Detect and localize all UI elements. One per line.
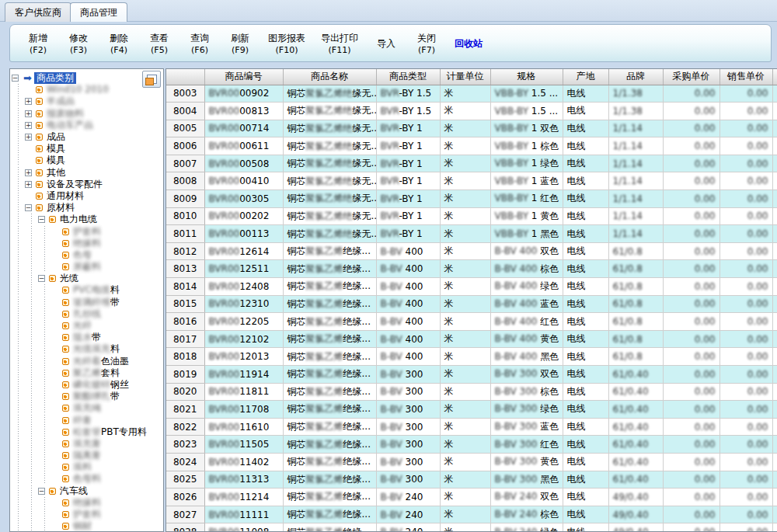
- toolbar-button-9[interactable]: 导入: [366, 37, 406, 51]
- tree-item-其他[interactable]: +其他: [12, 167, 163, 179]
- product-row-8014[interactable]: 8014BVR0012408铜芯聚氯乙烯绝缘...B-BV 400米B-BV 4…: [166, 278, 777, 296]
- tree-item-报废物料[interactable]: +报废物料: [12, 108, 163, 120]
- product-row-8012[interactable]: 8012BVR0012614铜芯聚氯乙烯绝缘...B-BV 400米B-BV 4…: [166, 242, 777, 260]
- tree-item-光缆填充[interactable]: 光缆填充料: [12, 343, 163, 355]
- toolbar-button-8[interactable]: 导出打印(F11): [313, 31, 366, 57]
- product-row-8005[interactable]: 8005BVR0000714铜芯聚氯乙烯绝缘无...BVR-BY 1米VBB-B…: [166, 120, 777, 137]
- product-row-8026[interactable]: 8026BVR0011214铜芯聚氯乙烯绝缘...B-BV 240米B-BV 2…: [166, 489, 777, 506]
- toolbar-button-3[interactable]: 删除(F4): [99, 31, 139, 57]
- product-row-8021[interactable]: 8021BVR0011708铜芯聚氯乙烯绝缘...B-BV 300米B-BV 3…: [166, 401, 777, 419]
- column-header-销售单价[interactable]: 销售单价: [720, 69, 772, 85]
- column-header-品牌[interactable]: 品牌: [608, 69, 663, 85]
- column-header-商品类型[interactable]: 商品类型: [376, 69, 440, 85]
- product-row-8020[interactable]: 8020BVR0011811铜芯聚氯乙烯绝缘...B-BV 300米B-BV 3…: [166, 383, 777, 401]
- tree-item-松套管[interactable]: 松套管PBT专用料: [12, 426, 163, 438]
- product-row-8023[interactable]: 8023BVR0011505铜芯聚氯乙烯绝缘...B-BV 300米B-BV 3…: [166, 436, 777, 454]
- tree-item-绝缘料[interactable]: 绝缘料: [12, 497, 163, 509]
- column-header-采购单价[interactable]: 采购单价: [663, 69, 720, 85]
- product-row-8015[interactable]: 8015BVR0012310铜芯聚氯乙烯绝缘...B-BV 400米B-BV 4…: [166, 295, 777, 313]
- tree-item-光纤着[interactable]: 光纤着色油墨: [12, 356, 163, 367]
- product-row-8008[interactable]: 8008BVR0000410铜芯聚氯乙烯绝缘无...BVR-BY 1米VBB-B…: [166, 172, 777, 190]
- product-row-8011[interactable]: 8011BVR0000113铜芯聚氯乙烯绝缘无...BVR-BY 1米VBB-B…: [166, 225, 777, 243]
- tree-item-设备及零配件[interactable]: +设备及零配件: [12, 179, 163, 190]
- tree-item-隔离膏[interactable]: 隔离膏: [12, 450, 163, 461]
- toolbar-button-4[interactable]: 查看(F5): [139, 31, 179, 57]
- tree-item-绝缘料[interactable]: 绝缘料: [12, 238, 163, 249]
- tree-item-聚乙烯[interactable]: 聚乙烯套料: [12, 367, 163, 379]
- toolbar-button-7[interactable]: 图形报表(F10): [260, 31, 313, 57]
- collapse-icon[interactable]: −: [38, 488, 45, 495]
- product-row-8007[interactable]: 8007BVR0000508铜芯聚氯乙烯绝缘无...BVR-BY 1米VBB-B…: [166, 155, 777, 172]
- column-header-计量单位[interactable]: 计量单位: [440, 69, 490, 85]
- collapse-icon[interactable]: −: [38, 216, 45, 223]
- collapse-icon[interactable]: −: [38, 275, 45, 282]
- tree-item-扎纱线[interactable]: 扎纱线: [12, 308, 163, 320]
- tree-item-填料[interactable]: 填料: [12, 461, 163, 473]
- expand-icon[interactable]: +: [25, 110, 32, 117]
- tree-item-模具[interactable]: 模具: [12, 143, 163, 155]
- product-row-8027[interactable]: 8027BVR0011111铜芯聚氯乙烯绝缘...B-BV 240米B-BV 2…: [166, 506, 777, 523]
- tree-item-电力电缆[interactable]: −电力电缆: [12, 214, 163, 225]
- toolbar-button-1[interactable]: 新增(F2): [18, 31, 58, 57]
- tree-item-铜材[interactable]: 铜材: [12, 520, 163, 532]
- tree-item-磷化镀锌[interactable]: 磷化镀锌钢丝: [12, 379, 163, 391]
- tree-item-成品[interactable]: +成品: [12, 131, 163, 143]
- product-row-8019[interactable]: 8019BVR0011914铜芯聚氯乙烯绝缘...B-BV 300米B-BV 3…: [166, 366, 777, 384]
- product-row-8003[interactable]: 8003BVR0000902铜芯聚氯乙烯绝缘无...BVR-BY 1.5米VBB…: [166, 85, 777, 103]
- tree-item-光纤[interactable]: 光纤: [12, 320, 163, 332]
- tree-item-原材料[interactable]: −原材料: [12, 202, 163, 214]
- product-row-8016[interactable]: 8016BVR0012205铜芯聚氯乙烯绝缘...B-BV 400米B-BV 4…: [166, 313, 777, 331]
- product-row-8009[interactable]: 8009BVR0000305铜芯聚氯乙烯绝缘无...BVR-BY 1米VBB-B…: [166, 190, 777, 208]
- product-row-8025[interactable]: 8025BVR0011313铜芯聚氯乙烯绝缘...B-BV 300米B-BV 3…: [166, 471, 777, 489]
- collapse-icon[interactable]: −: [12, 75, 19, 82]
- column-header-商品名称[interactable]: 商品名称: [283, 69, 376, 85]
- tab-product-management[interactable]: 商品管理: [70, 2, 127, 22]
- tree-item-填充膏[interactable]: 填充膏: [12, 438, 163, 450]
- toolbar-button-5[interactable]: 查询(F6): [179, 31, 220, 57]
- collapse-icon[interactable]: −: [25, 204, 32, 211]
- tab-customer-supplier[interactable]: 客户供应商: [5, 2, 71, 22]
- tree-item-模具[interactable]: 模具: [12, 155, 163, 166]
- expand-icon[interactable]: +: [25, 169, 32, 176]
- toolbar-button-2[interactable]: 修改(F3): [58, 31, 99, 57]
- tree-item-护套料[interactable]: 护套料: [12, 225, 163, 237]
- tree-item-阻水[interactable]: 阻水带: [12, 332, 163, 343]
- tree-item-Wind10 2010[interactable]: Wind10 2010: [12, 84, 163, 96]
- product-row-8017[interactable]: 8017BVR0012102铜芯聚氯乙烯绝缘...B-BV 400米B-BV 4…: [166, 330, 777, 348]
- tree-item-色母料[interactable]: 色母料: [12, 473, 163, 485]
- tree-item-汽车线[interactable]: −汽车线: [12, 485, 163, 497]
- column-header-blank[interactable]: [166, 69, 204, 85]
- expand-icon[interactable]: +: [25, 122, 32, 129]
- expand-icon[interactable]: +: [25, 98, 32, 105]
- product-row-8004[interactable]: 8004BVR0000813铜芯聚氯乙烯绝缘无...BVR-BY 1.5米VBB…: [166, 103, 777, 120]
- tree-item-填充绳[interactable]: 填充绳: [12, 402, 163, 414]
- column-header-产地[interactable]: 产地: [563, 69, 608, 85]
- tree-item-玻璃纤维[interactable]: 玻璃纤维带: [12, 297, 163, 308]
- column-header-商品编号[interactable]: 商品编号: [204, 69, 283, 85]
- tree-item-PVC电缆[interactable]: PVC电缆料: [12, 284, 163, 296]
- tree-item-光缆[interactable]: −光缆: [12, 273, 163, 284]
- column-header-blank[interactable]: [772, 69, 777, 85]
- column-header-规格[interactable]: 规格: [490, 69, 563, 85]
- tree-item-护套料[interactable]: 护套料: [12, 509, 163, 520]
- product-row-8024[interactable]: 8024BVR0011402铜芯聚氯乙烯绝缘...B-BV 300米B-BV 3…: [166, 453, 777, 471]
- product-row-8013[interactable]: 8013BVR0012511铜芯聚氯乙烯绝缘...B-BV 400米B-BV 4…: [166, 260, 777, 278]
- product-row-8028[interactable]: 8028BVR0011008铜芯聚氯乙烯绝缘...B-BV 240米B-BV 2…: [166, 523, 777, 532]
- product-row-8018[interactable]: 8018BVR0012013铜芯聚氯乙烯绝缘...B-BV 400米B-BV 4…: [166, 348, 777, 366]
- tree-item-半成品[interactable]: +半成品: [12, 96, 163, 107]
- recycle-bin-button[interactable]: 回收站: [447, 37, 490, 51]
- product-row-8006[interactable]: 8006BVR0000611铜芯聚氯乙烯绝缘无...BVR-BY 1米VBB-B…: [166, 137, 777, 155]
- tree-item-纤膏[interactable]: 纤膏: [12, 414, 163, 426]
- expand-icon[interactable]: +: [25, 134, 32, 141]
- expand-icon[interactable]: +: [25, 181, 32, 188]
- tree-item-电动车产品[interactable]: +电动车产品: [12, 120, 163, 131]
- tree-item-屏蔽料[interactable]: 屏蔽料: [12, 261, 163, 273]
- toolbar-button-6[interactable]: 刷新(F9): [220, 31, 260, 57]
- product-row-8022[interactable]: 8022BVR0011610铜芯聚氯乙烯绝缘...B-BV 300米B-BV 3…: [166, 418, 777, 436]
- product-row-8010[interactable]: 8010BVR0000202铜芯聚氯乙烯绝缘无...BVR-BY 1米VBB-B…: [166, 207, 777, 225]
- tree-item-商品类别[interactable]: −➡商品类别: [12, 72, 163, 84]
- toolbar-button-10[interactable]: 关闭(F7): [406, 31, 447, 57]
- tree-item-通用材料[interactable]: 通用材料: [12, 190, 163, 202]
- tree-item-聚酯绑扎[interactable]: 聚酯绑扎带: [12, 391, 163, 402]
- tree-item-色母[interactable]: 色母: [12, 249, 163, 261]
